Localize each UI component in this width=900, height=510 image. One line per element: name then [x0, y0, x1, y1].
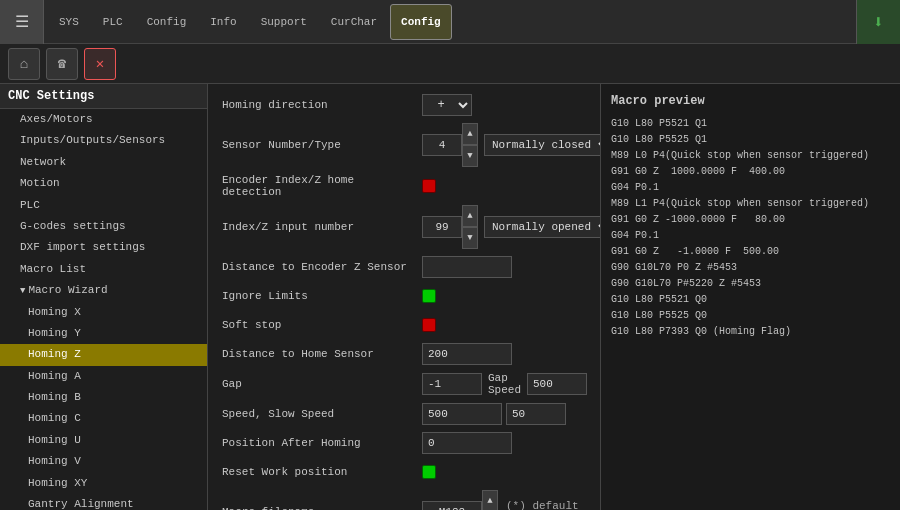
macro-preview-title: Macro preview — [611, 94, 890, 108]
distance-encoder-input[interactable] — [422, 256, 512, 278]
gap-label: Gap — [222, 378, 422, 390]
distance-encoder-label: Distance to Encoder Z Sensor — [222, 261, 422, 273]
gap-speed-label: Gap Speed — [488, 372, 521, 396]
index-z-spinner: ▲ ▼ — [422, 205, 478, 249]
position-after-label: Position After Homing — [222, 437, 422, 449]
encoder-index-row: Encoder Index/Z homedetection — [222, 174, 586, 198]
tab-curchar[interactable]: CurChar — [320, 4, 388, 40]
sidebar-item-homingv[interactable]: Homing V — [0, 451, 207, 472]
ignore-limits-row: Ignore Limits — [222, 285, 586, 307]
index-z-input[interactable] — [422, 216, 462, 238]
sidebar-item-dxf[interactable]: DXF import settings — [0, 237, 207, 258]
phone-icon-btn[interactable]: ☎ — [46, 48, 78, 80]
sidebar-item-axes[interactable]: Axes/Motors — [0, 109, 207, 130]
sidebar-item-homingb[interactable]: Homing B — [0, 387, 207, 408]
reset-work-led[interactable] — [422, 465, 436, 479]
home-icon-btn[interactable]: ⌂ — [8, 48, 40, 80]
speed-label: Speed, Slow Speed — [222, 408, 422, 420]
homing-direction-label: Homing direction — [222, 99, 422, 111]
sidebar-item-macrolist[interactable]: Macro List — [0, 259, 207, 280]
soft-stop-row: Soft stop — [222, 314, 586, 336]
tab-sys[interactable]: SYS — [48, 4, 90, 40]
sensor-number-input[interactable] — [422, 134, 462, 156]
position-after-row: Position After Homing — [222, 432, 586, 454]
index-z-row: Index/Z input number ▲ ▼ Normally opened… — [222, 205, 586, 249]
macro-filename-control: ▲ ▼ — [422, 490, 498, 510]
icon-bar: ⌂ ☎ ✕ — [0, 44, 900, 84]
soft-stop-led[interactable] — [422, 318, 436, 332]
encoder-index-label: Encoder Index/Z homedetection — [222, 174, 422, 198]
close-icon-btn[interactable]: ✕ — [84, 48, 116, 80]
index-z-type-select[interactable]: Normally opened Normally closed — [484, 216, 600, 238]
sidebar-item-macrowizard[interactable]: ▼Macro Wizard — [0, 280, 207, 301]
sensor-number-row: Sensor Number/Type ▲ ▼ Normally closed N… — [222, 123, 586, 167]
reset-work-label: Reset Work position — [222, 466, 422, 478]
index-z-down[interactable]: ▼ — [462, 227, 478, 249]
sensor-type-select[interactable]: Normally closed Normally opened — [484, 134, 600, 156]
gap-speed-input[interactable] — [527, 373, 587, 395]
gap-input[interactable] — [422, 373, 482, 395]
sidebar-item-plc[interactable]: PLC — [0, 195, 207, 216]
distance-home-row: Distance to Home Sensor — [222, 343, 586, 365]
sensor-number-down[interactable]: ▼ — [462, 145, 478, 167]
ignore-limits-label: Ignore Limits — [222, 290, 422, 302]
gap-row: Gap Gap Speed — [222, 372, 586, 396]
macro-filename-label: Macro filename — [222, 506, 422, 510]
speed-input[interactable] — [422, 403, 502, 425]
slow-speed-input[interactable] — [506, 403, 566, 425]
sidebar-item-homingx[interactable]: Homing X — [0, 302, 207, 323]
sidebar-item-network[interactable]: Network — [0, 152, 207, 173]
sidebar-item-hominga[interactable]: Homing A — [0, 366, 207, 387]
form-panel: Homing direction + - Sensor Number/Type … — [208, 84, 600, 510]
sidebar-item-homingc[interactable]: Homing C — [0, 408, 207, 429]
distance-home-label: Distance to Home Sensor — [222, 348, 422, 360]
top-tabs: SYS PLC Config Info Support CurChar Conf… — [44, 0, 452, 44]
reset-work-row: Reset Work position — [222, 461, 586, 483]
sidebar-item-gcodes[interactable]: G-codes settings — [0, 216, 207, 237]
macro-filename-up[interactable]: ▲ — [482, 490, 498, 510]
encoder-index-led[interactable] — [422, 179, 436, 193]
sidebar-item-motion[interactable]: Motion — [0, 173, 207, 194]
ignore-limits-led[interactable] — [422, 289, 436, 303]
position-after-input[interactable] — [422, 432, 512, 454]
tab-config1[interactable]: Config — [136, 4, 198, 40]
homing-direction-row: Homing direction + - — [222, 94, 586, 116]
menu-button[interactable]: ☰ — [0, 0, 44, 44]
main-layout: CNC Settings Axes/Motors Inputs/Outputs/… — [0, 84, 900, 510]
speed-row: Speed, Slow Speed — [222, 403, 586, 425]
homing-direction-select[interactable]: + - — [422, 94, 472, 116]
top-bar: ☰ SYS PLC Config Info Support CurChar Co… — [0, 0, 900, 44]
index-z-label: Index/Z input number — [222, 221, 422, 233]
sidebar-item-gantry[interactable]: Gantry Alignment — [0, 494, 207, 510]
macro-preview-panel: Macro preview G10 L80 P5521 Q1 G10 L80 P… — [600, 84, 900, 510]
sidebar-title: CNC Settings — [0, 84, 207, 109]
homing-direction-control: + - — [422, 94, 472, 116]
tab-plc[interactable]: PLC — [92, 4, 134, 40]
sidebar-item-inputs[interactable]: Inputs/Outputs/Sensors — [0, 130, 207, 151]
sidebar-item-homingz[interactable]: Homing Z — [0, 344, 207, 365]
sidebar-item-homingxy[interactable]: Homing XY — [0, 473, 207, 494]
tab-info[interactable]: Info — [199, 4, 247, 40]
sensor-number-spinner: ▲ ▼ — [422, 123, 478, 167]
sensor-number-label: Sensor Number/Type — [222, 139, 422, 151]
content: Homing direction + - Sensor Number/Type … — [208, 84, 900, 510]
sidebar-item-homingu[interactable]: Homing U — [0, 430, 207, 451]
index-z-up[interactable]: ▲ — [462, 205, 478, 227]
macro-filename-row: Macro filename ▲ ▼ (*) default is: M133 — [222, 490, 586, 510]
distance-home-input[interactable] — [422, 343, 512, 365]
save-button-top[interactable]: ⬇ — [856, 0, 900, 44]
sensor-number-up[interactable]: ▲ — [462, 123, 478, 145]
top-right-actions: ⬇ — [856, 0, 900, 44]
tab-config-active[interactable]: Config — [390, 4, 452, 40]
macro-filename-default: (*) default is: M133 — [506, 500, 586, 510]
tab-support[interactable]: Support — [250, 4, 318, 40]
sidebar: CNC Settings Axes/Motors Inputs/Outputs/… — [0, 84, 208, 510]
sidebar-item-homingy[interactable]: Homing Y — [0, 323, 207, 344]
macro-filename-input[interactable] — [422, 501, 482, 510]
soft-stop-label: Soft stop — [222, 319, 422, 331]
distance-encoder-row: Distance to Encoder Z Sensor — [222, 256, 586, 278]
macro-preview-code: G10 L80 P5521 Q1 G10 L80 P5525 Q1 M89 L0… — [611, 116, 890, 340]
